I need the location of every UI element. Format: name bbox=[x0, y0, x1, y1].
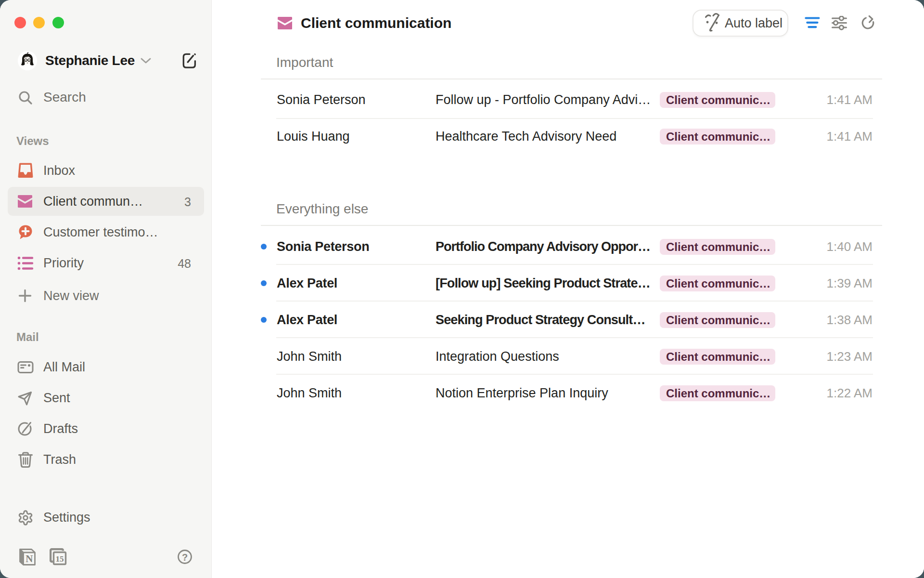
svg-text:N: N bbox=[26, 553, 33, 565]
svg-text:15: 15 bbox=[56, 554, 64, 564]
svg-text:?: ? bbox=[182, 552, 188, 563]
